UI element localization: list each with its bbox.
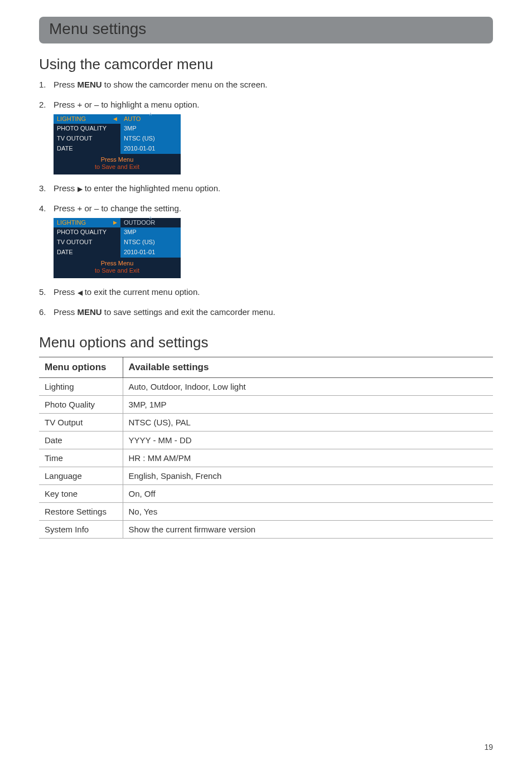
menu-value-label: 3MP <box>124 229 137 235</box>
menu-value: 3MP <box>120 124 181 134</box>
menu-value-label: AUTO <box>124 115 141 122</box>
menu-item-photo-quality: PHOTO QUALITY <box>54 124 120 134</box>
table-header-options: Menu options <box>39 357 123 377</box>
menu-item-label: PHOTO QUALITY <box>57 229 107 236</box>
menu-value-auto: ∧ AUTO <box>120 114 181 124</box>
menu-item-label: DATE <box>57 145 73 153</box>
table-row: Restore SettingsNo, Yes <box>39 502 493 520</box>
step-5: Press ◀ to exit the current menu option. <box>39 286 493 298</box>
menu-item-photo-quality: PHOTO QUALITY <box>54 227 120 237</box>
table-cell-opt: Key tone <box>39 484 123 502</box>
menu-value-label: 2010-01-01 <box>124 145 155 152</box>
table-cell-opt: TV Output <box>39 413 123 431</box>
table-cell-opt: Time <box>39 449 123 467</box>
steps-list: Press MENU to show the camcorder menu on… <box>39 79 493 318</box>
menu-screenshot-1: LIGHTING ◀ ∧ AUTO PHOTO QUALITY 3MP TV O… <box>54 114 181 175</box>
step-3: Press ▶ to enter the highlighted menu op… <box>39 182 493 195</box>
page-number: 19 <box>484 743 493 752</box>
step-3-text-b: to enter the highlighted menu option. <box>83 183 221 193</box>
menu-footer-line2: to Save and Exit <box>54 163 181 171</box>
table-row: TV OutputNTSC (US), PAL <box>39 413 493 431</box>
menu-value-label: 3MP <box>124 125 137 132</box>
step-1-text-a: Press <box>54 80 78 89</box>
table-cell-val: Auto, Outdoor, Indoor, Low light <box>123 377 493 395</box>
step-6: Press MENU to save settings and exit the… <box>39 306 493 318</box>
menu-screenshot-2: LIGHTING ▶ ∧ OUTDOOR PHOTO QUALITY 3MP T… <box>54 218 181 279</box>
menu-footer-line1: Press Menu <box>54 156 181 164</box>
table-cell-opt: System Info <box>39 520 123 538</box>
menu-value: 2010-01-01 <box>120 144 181 154</box>
menu-footer-line2: to Save and Exit <box>54 267 181 275</box>
settings-table: Menu options Available settings Lighting… <box>39 357 493 539</box>
table-header-row: Menu options Available settings <box>39 357 493 377</box>
menu-value: 3MP <box>120 227 181 237</box>
table-cell-val: On, Off <box>123 484 493 502</box>
menu-item-label: DATE <box>57 249 73 256</box>
menu-item-label: LIGHTING <box>57 115 86 123</box>
step-5-text-a: Press <box>54 287 78 297</box>
triangle-left-icon: ◀ <box>78 288 83 298</box>
page-title: Menu settings <box>49 20 483 38</box>
menu-item-lighting: LIGHTING ◀ <box>54 114 120 124</box>
table-cell-opt: Date <box>39 431 123 449</box>
step-1-text-c: to show the camcorder menu on the screen… <box>102 80 268 89</box>
menu-item-label: LIGHTING <box>57 219 86 227</box>
menu-value-outdoor: ∧ OUTDOOR <box>120 218 181 228</box>
step-6-menu: MENU <box>78 307 102 317</box>
menu-item-lighting: LIGHTING ▶ <box>54 218 120 228</box>
table-row: LanguageEnglish, Spanish, French <box>39 467 493 484</box>
menu-value-label: 2010-01-01 <box>124 249 155 255</box>
step-4: Press + or – to change the setting. LIGH… <box>39 202 493 278</box>
table-cell-opt: Restore Settings <box>39 502 123 520</box>
step-6-text-a: Press <box>54 307 78 317</box>
table-cell-opt: Language <box>39 467 123 484</box>
menu-value-label: NTSC (US) <box>124 239 155 245</box>
triangle-right-icon: ▶ <box>113 220 117 226</box>
table-cell-val: Show the current firmware version <box>123 520 493 538</box>
menu-body: LIGHTING ◀ ∧ AUTO PHOTO QUALITY 3MP TV O… <box>54 114 181 175</box>
step-2-text: Press + or – to highlight a menu option. <box>54 100 199 109</box>
caret-up-icon: ∧ <box>149 215 152 221</box>
triangle-right-icon: ▶ <box>78 185 83 194</box>
menu-value: NTSC (US) <box>120 237 181 248</box>
page-banner: Menu settings <box>39 17 493 43</box>
menu-item-label: PHOTO QUALITY <box>57 125 107 133</box>
table-cell-opt: Photo Quality <box>39 395 123 413</box>
step-5-text-b: to exit the current menu option. <box>83 287 200 297</box>
table-row: System InfoShow the current firmware ver… <box>39 520 493 538</box>
menu-body: LIGHTING ▶ ∧ OUTDOOR PHOTO QUALITY 3MP T… <box>54 218 181 279</box>
menu-footer-line1: Press Menu <box>54 260 181 268</box>
table-row: LightingAuto, Outdoor, Indoor, Low light <box>39 377 493 395</box>
menu-item-tv-outout: TV OUTOUT <box>54 237 120 248</box>
step-1: Press MENU to show the camcorder menu on… <box>39 79 493 91</box>
step-4-text: Press + or – to change the setting. <box>54 203 181 213</box>
menu-value-label: NTSC (US) <box>124 135 155 142</box>
table-row: Key toneOn, Off <box>39 484 493 502</box>
table-row: Photo Quality3MP, 1MP <box>39 395 493 413</box>
step-2: Press + or – to highlight a menu option.… <box>39 99 493 174</box>
menu-item-date: DATE <box>54 248 120 258</box>
menu-footer: Press Menu to Save and Exit <box>54 258 181 279</box>
table-header-settings: Available settings <box>123 357 493 377</box>
table-row: TimeHR : MM AM/PM <box>39 449 493 467</box>
step-1-menu: MENU <box>78 80 102 89</box>
table-cell-val: HR : MM AM/PM <box>123 449 493 467</box>
menu-footer: Press Menu to Save and Exit <box>54 154 181 175</box>
caret-up-icon: ∧ <box>149 111 152 117</box>
menu-value: 2010-01-01 <box>120 248 181 258</box>
menu-item-tv-outout: TV OUTOUT <box>54 134 120 144</box>
menu-value: NTSC (US) <box>120 134 181 144</box>
step-6-text-c: to save settings and exit the camcorder … <box>102 307 275 317</box>
menu-item-label: TV OUTOUT <box>57 135 92 143</box>
section-heading-using-menu: Using the camcorder menu <box>39 56 493 73</box>
menu-item-date: DATE <box>54 144 120 154</box>
table-row: DateYYYY - MM - DD <box>39 431 493 449</box>
table-cell-val: No, Yes <box>123 502 493 520</box>
section-heading-options: Menu options and settings <box>39 334 493 351</box>
step-3-text-a: Press <box>54 183 78 193</box>
triangle-left-icon: ◀ <box>113 116 117 122</box>
table-cell-val: 3MP, 1MP <box>123 395 493 413</box>
table-cell-val: YYYY - MM - DD <box>123 431 493 449</box>
table-cell-opt: Lighting <box>39 377 123 395</box>
menu-item-label: TV OUTOUT <box>57 239 92 246</box>
